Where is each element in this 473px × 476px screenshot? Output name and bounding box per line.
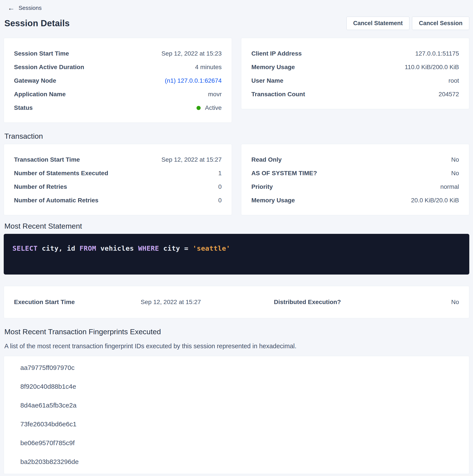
fingerprint-list-item: 73fe26034bd6e6c1: [20, 415, 453, 434]
execution-start-time-value: Sep 12, 2022 at 15:27: [141, 299, 201, 306]
back-link-label: Sessions: [18, 5, 42, 11]
user-name-value: root: [449, 77, 459, 84]
client-ip-label: Client IP Address: [251, 50, 302, 57]
gateway-node-link[interactable]: (n1) 127.0.0.1:62674: [165, 77, 222, 84]
fingerprint-list-item: be06e9570f785c9f: [20, 434, 453, 452]
gateway-node-row: Gateway Node (n1) 127.0.0.1:62674: [14, 74, 222, 87]
distributed-execution-row: Distributed Execution? No: [274, 299, 459, 306]
transaction-memory-usage-value: 20.0 KiB/20.0 KiB: [411, 197, 459, 204]
application-name-row: Application Name movr: [14, 87, 222, 101]
transaction-count-row: Transaction Count 204572: [251, 87, 459, 101]
fingerprint-list-item: ba2b203b823296de: [20, 452, 453, 471]
statement-section-heading: Most Recent Statement: [4, 222, 469, 230]
session-active-duration-row: Session Active Duration 4 minutes: [14, 60, 222, 74]
sql-token: city, id: [38, 244, 80, 252]
session-active-duration-value: 4 minutes: [195, 64, 222, 71]
status-value: Active: [205, 104, 222, 111]
client-ip-row: Client IP Address 127.0.0.1:51175: [251, 47, 459, 60]
read-only-label: Read Only: [251, 156, 281, 163]
session-memory-usage-row: Memory Usage 110.0 KiB/200.0 KiB: [251, 60, 459, 74]
cancel-session-button[interactable]: Cancel Session: [412, 17, 469, 30]
transaction-count-label: Transaction Count: [251, 91, 305, 98]
session-summary-section: Session Start Time Sep 12, 2022 at 15:23…: [4, 38, 469, 123]
session-client-card: Client IP Address 127.0.0.1:51175 Memory…: [241, 38, 469, 109]
status-badge: Active: [196, 104, 222, 111]
retries-label: Number of Retries: [14, 183, 67, 190]
transaction-start-time-value: Sep 12, 2022 at 15:27: [161, 156, 222, 163]
session-memory-usage-value: 110.0 KiB/200.0 KiB: [405, 64, 459, 71]
statements-executed-row: Number of Statements Executed 1: [14, 167, 222, 180]
sql-statement-text: SELECT city, id FROM vehicles WHERE city…: [13, 244, 230, 252]
gateway-node-label: Gateway Node: [14, 77, 56, 84]
read-only-row: Read Only No: [251, 153, 459, 167]
sql-token: SELECT: [13, 244, 38, 252]
page-header: Session Details Cancel Statement Cancel …: [4, 17, 469, 30]
fingerprint-list-item: 8f920c40d88b1c4e: [20, 377, 453, 396]
transaction-section-heading: Transaction: [4, 132, 469, 140]
priority-label: Priority: [251, 183, 273, 190]
distributed-execution-value: No: [451, 299, 459, 306]
transaction-count-value: 204572: [439, 91, 459, 98]
header-actions: Cancel Statement Cancel Session: [346, 17, 469, 30]
execution-start-time-label: Execution Start Time: [14, 299, 75, 306]
retries-row: Number of Retries 0: [14, 180, 222, 194]
transaction-stats-card: Transaction Start Time Sep 12, 2022 at 1…: [4, 144, 232, 215]
sql-token: FROM: [80, 244, 96, 252]
sql-token: city =: [159, 244, 193, 252]
transaction-memory-usage-row: Memory Usage 20.0 KiB/20.0 KiB: [251, 194, 459, 207]
user-name-row: User Name root: [251, 74, 459, 87]
transaction-memory-usage-label: Memory Usage: [251, 197, 295, 204]
statements-executed-value: 1: [218, 170, 222, 177]
page-title: Session Details: [4, 18, 70, 28]
session-active-duration-label: Session Active Duration: [14, 64, 84, 71]
client-ip-value: 127.0.0.1:51175: [415, 50, 459, 57]
back-to-sessions-link[interactable]: ← Sessions: [4, 3, 43, 13]
cancel-statement-button[interactable]: Cancel Statement: [346, 17, 410, 30]
status-active-dot-icon: [196, 106, 201, 110]
session-info-card: Session Start Time Sep 12, 2022 at 15:23…: [4, 38, 232, 123]
priority-row: Priority normal: [251, 180, 459, 194]
session-start-time-value: Sep 12, 2022 at 15:23: [161, 50, 222, 57]
as-of-system-time-label: AS OF SYSTEM TIME?: [251, 170, 317, 177]
session-memory-usage-label: Memory Usage: [251, 64, 295, 71]
execution-start-time-row: Execution Start Time Sep 12, 2022 at 15:…: [14, 299, 201, 306]
fingerprint-list-item: aa79775ff097970c: [20, 358, 453, 377]
application-name-value: movr: [208, 91, 222, 98]
back-arrow-icon: ←: [8, 4, 15, 11]
fingerprint-list-item: 8d4ae61a5fb3ce2a: [20, 396, 453, 415]
read-only-value: No: [451, 156, 459, 163]
automatic-retries-label: Number of Automatic Retries: [14, 197, 98, 204]
priority-value: normal: [440, 183, 459, 190]
automatic-retries-row: Number of Automatic Retries 0: [14, 194, 222, 207]
as-of-system-time-value: No: [451, 170, 459, 177]
session-details-page: ← Sessions Session Details Cancel Statem…: [0, 0, 473, 476]
transaction-section: Transaction Start Time Sep 12, 2022 at 1…: [4, 144, 469, 215]
execution-details-card: Execution Start Time Sep 12, 2022 at 15:…: [4, 286, 469, 318]
status-label: Status: [14, 104, 33, 111]
transaction-props-card: Read Only No AS OF SYSTEM TIME? No Prior…: [241, 144, 469, 215]
statements-executed-label: Number of Statements Executed: [14, 170, 108, 177]
sql-token: vehicles: [96, 244, 138, 252]
fingerprints-card: aa79775ff097970c 8f920c40d88b1c4e 8d4ae6…: [4, 356, 469, 474]
transaction-start-time-label: Transaction Start Time: [14, 156, 80, 163]
automatic-retries-value: 0: [218, 197, 222, 204]
user-name-label: User Name: [251, 77, 283, 84]
retries-value: 0: [218, 183, 222, 190]
sql-token: 'seattle': [193, 244, 230, 252]
distributed-execution-label: Distributed Execution?: [274, 299, 341, 306]
status-row: Status Active: [14, 101, 222, 115]
as-of-system-time-row: AS OF SYSTEM TIME? No: [251, 167, 459, 180]
fingerprints-section-heading: Most Recent Transaction Fingerprints Exe…: [4, 327, 469, 336]
fingerprints-description: A list of the most recent transaction fi…: [4, 342, 469, 350]
session-start-time-row: Session Start Time Sep 12, 2022 at 15:23: [14, 47, 222, 60]
transaction-start-time-row: Transaction Start Time Sep 12, 2022 at 1…: [14, 153, 222, 167]
session-start-time-label: Session Start Time: [14, 50, 69, 57]
sql-token: WHERE: [138, 244, 159, 252]
sql-statement-box: SELECT city, id FROM vehicles WHERE city…: [4, 234, 469, 274]
application-name-label: Application Name: [14, 91, 65, 98]
